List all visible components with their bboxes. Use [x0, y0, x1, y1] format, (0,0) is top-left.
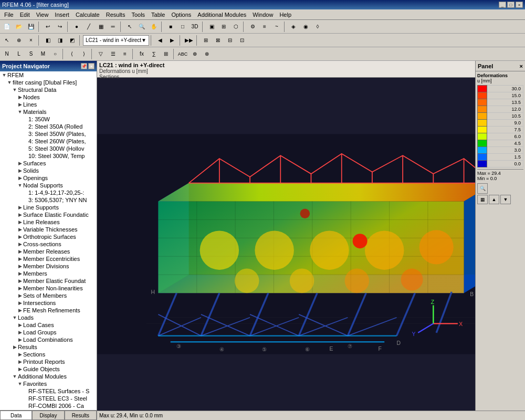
tb3-7[interactable]: ⟩	[78, 48, 90, 60]
tb2-10[interactable]: ⊡	[236, 35, 248, 46]
tree-item[interactable]: ▶Orthotropic Surfaces	[0, 233, 97, 240]
tree-item[interactable]: ▶Lines	[0, 101, 97, 108]
tb2-5[interactable]: ◨	[54, 35, 66, 46]
tb-top[interactable]: ⊞	[218, 21, 229, 33]
menu-view[interactable]: View	[33, 10, 52, 19]
tb3-3[interactable]: S	[25, 48, 37, 60]
tb3-8[interactable]: ☰	[107, 48, 119, 60]
tree-item[interactable]: ▶Intersections	[0, 299, 97, 307]
tree-item[interactable]: ▶Line Supports	[0, 204, 97, 211]
tb3-14[interactable]: ⊗	[201, 48, 213, 60]
tb3-filter[interactable]: ▽	[95, 48, 107, 60]
menu-file[interactable]: File	[1, 10, 17, 19]
tb-calc[interactable]: ⚙	[247, 21, 258, 33]
tree-item[interactable]: ▶Variable Thicknesses	[0, 226, 97, 233]
tree-item[interactable]: 4: Steel 260W (Plates,	[0, 138, 97, 145]
tb2-3[interactable]: ×	[25, 35, 37, 46]
menu-options[interactable]: Options	[168, 10, 194, 19]
tb3-2[interactable]: L	[13, 48, 25, 60]
tb-open[interactable]: 📂	[13, 21, 25, 33]
tb3-12[interactable]: ⊞	[160, 48, 172, 60]
menu-help[interactable]: Help	[276, 10, 295, 19]
nav-pin[interactable]: 📌	[81, 63, 87, 69]
tb2-4[interactable]: ◧	[42, 35, 54, 46]
lc-dropdown[interactable]: LC21 - wind in +Y-direct ▼	[83, 35, 149, 46]
tb-save[interactable]: 💾	[25, 21, 37, 33]
menu-tools[interactable]: Tools	[128, 10, 148, 19]
nav-tab-display[interactable]: Display	[32, 411, 64, 420]
tree-item[interactable]: ▶Member Releases	[0, 248, 97, 255]
tree-item[interactable]: ▶Solids	[0, 167, 97, 174]
menu-window[interactable]: Window	[249, 10, 276, 19]
tree-item[interactable]: ▶Member Elastic Foundat	[0, 277, 97, 285]
tb-render[interactable]: ■	[165, 21, 176, 33]
tree-item[interactable]: ▼filter casing [Dlubal Files]	[0, 79, 97, 86]
tree-item[interactable]: ▶Openings	[0, 174, 97, 182]
tb-redo[interactable]: ↪	[54, 21, 66, 33]
tree-item[interactable]: ▶Member Eccentricities	[0, 255, 97, 262]
tree-item[interactable]: ▶Surfaces	[0, 160, 97, 167]
tb-member[interactable]: ═	[107, 21, 119, 33]
tb2-next[interactable]: ▶	[166, 35, 178, 46]
tree-item[interactable]: ▶Member Divisions	[0, 262, 97, 270]
tree-item[interactable]: 5: Steel 300W (Hollov	[0, 145, 97, 152]
tree-item[interactable]: ▶Sections	[0, 351, 97, 358]
tb-front[interactable]: ▣	[206, 21, 217, 33]
tree-item[interactable]: ▼Favorites	[0, 380, 97, 387]
panel-zoom-icon[interactable]: 🔍	[477, 183, 488, 194]
tb2-animate[interactable]: ▶▶	[183, 35, 195, 46]
tb-extra3[interactable]: ◊	[312, 21, 323, 33]
tree-item[interactable]: 1: 350W	[0, 116, 97, 123]
tb2-9[interactable]: ⊟	[224, 35, 236, 46]
tb2-1[interactable]: ↖	[1, 35, 13, 46]
tree-item[interactable]: ▶Load Cases	[0, 321, 97, 329]
tb-zoom[interactable]: 🔍	[136, 21, 148, 33]
tb-line[interactable]: ╱	[83, 21, 94, 33]
tb2-2[interactable]: ⊕	[13, 35, 25, 46]
tb3-1[interactable]: N	[1, 48, 13, 60]
menu-table[interactable]: Table	[148, 10, 168, 19]
tree-item[interactable]: ▶Nodes	[0, 93, 97, 101]
tb3-11[interactable]: ∑	[148, 48, 160, 60]
tree-item[interactable]: ▶Cross-sections	[0, 240, 97, 248]
tree-item[interactable]: ▼Structural Data	[0, 86, 97, 93]
tb-node[interactable]: ●	[71, 21, 82, 33]
panel-icon-3[interactable]: ▼	[500, 195, 511, 204]
tree-item[interactable]: 2: Steel 350A (Rolled	[0, 123, 97, 130]
menu-additional-modules[interactable]: Additional Modules	[194, 10, 249, 19]
nav-tab-data[interactable]: Data	[0, 411, 32, 420]
tb-extra1[interactable]: ◈	[288, 21, 299, 33]
tb2-prev[interactable]: ◀	[154, 35, 166, 46]
tree-item[interactable]: ▶Printout Reports	[0, 358, 97, 365]
tb-surface[interactable]: ▦	[95, 21, 107, 33]
tree-item[interactable]: ▶Guide Objects	[0, 365, 97, 373]
tree-item[interactable]: ▶Member Non-linearities	[0, 285, 97, 292]
tb-new[interactable]: 📄	[1, 21, 13, 33]
tb-deform[interactable]: ~	[271, 21, 282, 33]
tree-item[interactable]: ▼RFEM	[0, 71, 97, 79]
tb-wire[interactable]: □	[177, 21, 188, 33]
viewport-canvas[interactable]: X Z Y ⑤ ⑥ ④ ③ ⑦ H B A ① ② C D E F	[97, 78, 525, 411]
tree-item[interactable]: ▶FE Mesh Refinements	[0, 307, 97, 314]
nav-close[interactable]: ×	[88, 63, 94, 69]
minimize-button[interactable]: _	[499, 2, 506, 8]
tree-item[interactable]: ▼Nodal Supports	[0, 182, 97, 189]
tb3-4[interactable]: M	[37, 48, 49, 60]
tree-item[interactable]: ▶Members	[0, 270, 97, 277]
tree-item[interactable]: RF-COMBI 2006 - Ca	[0, 402, 97, 410]
tree-item[interactable]: RF-STEEL EC3 - Steel	[0, 395, 97, 402]
tb-results-show[interactable]: ≡	[259, 21, 270, 33]
tb-undo[interactable]: ↩	[42, 21, 54, 33]
tree-item[interactable]: RF-STEEL Surfaces - S	[0, 387, 97, 395]
tb3-label[interactable]: ABC	[177, 48, 188, 60]
maximize-button[interactable]: □	[507, 2, 514, 8]
tree-item[interactable]: ▶Load Combinations	[0, 336, 97, 343]
tree-item[interactable]: 1: 1-4,9-12,17-20,25-:	[0, 189, 97, 196]
tb2-8[interactable]: ⊠	[212, 35, 224, 46]
tree-item[interactable]: ▶Line Releases	[0, 218, 97, 226]
tree-item[interactable]: ▶Surface Elastic Foundatic	[0, 211, 97, 218]
tree-item[interactable]: 3: 5306,5307; YNY NN	[0, 196, 97, 204]
tree-item[interactable]: ▼Additional Modules	[0, 373, 97, 380]
tb3-10[interactable]: fx	[136, 48, 148, 60]
tb-pan[interactable]: ✋	[148, 21, 160, 33]
